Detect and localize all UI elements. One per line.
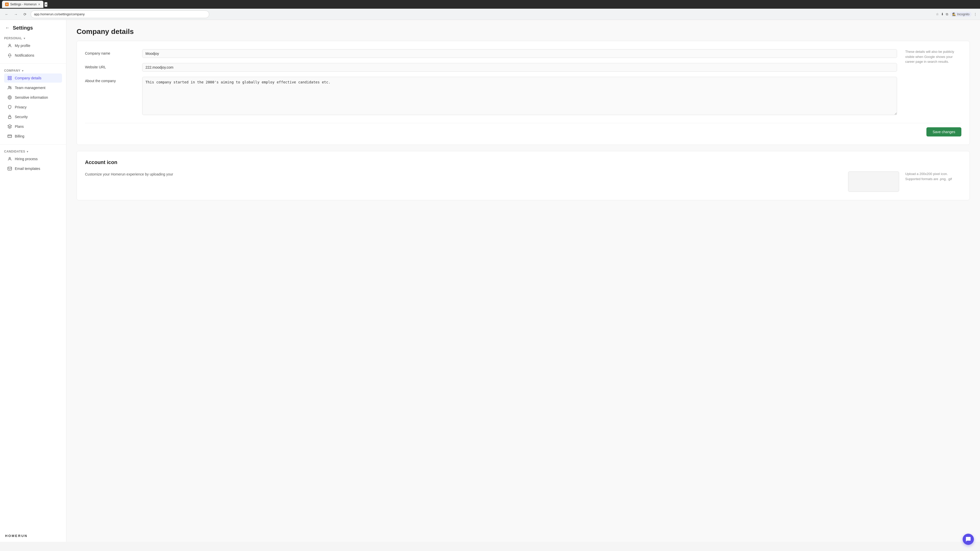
team-icon: [7, 85, 12, 90]
menu-icon[interactable]: ⋮: [974, 12, 977, 16]
account-icon-preview: [848, 171, 899, 192]
svg-rect-1: [8, 76, 9, 78]
company-details-icon: [7, 76, 12, 81]
tab-label: Settings - Homerun: [10, 3, 37, 6]
account-icon-card: Account icon Customize your Homerun expe…: [76, 151, 970, 200]
svg-point-8: [9, 97, 11, 98]
back-nav-button[interactable]: ←: [3, 11, 10, 18]
candidates-section: Candidates ▼ Hiring process Email templa…: [0, 147, 66, 175]
sidebar-item-my-profile[interactable]: My profile: [4, 41, 62, 50]
company-details-card: Company name Website URL About the compa…: [76, 41, 970, 145]
sidebar-title: Settings: [13, 25, 33, 31]
forward-nav-button[interactable]: →: [12, 11, 19, 18]
candidates-section-label: Candidates ▼: [4, 150, 62, 153]
url-text: app.homerun.co/settings/company: [34, 12, 85, 16]
tab-favicon: H: [5, 3, 9, 6]
incognito-badge: 🕵 Incognito: [950, 12, 972, 17]
profile-icon: [7, 43, 12, 48]
svg-rect-12: [8, 167, 12, 170]
sidebar-item-label-sensitive-information: Sensitive information: [15, 95, 48, 100]
about-company-label: About the company: [85, 77, 136, 83]
sidebar-item-billing[interactable]: Billing: [4, 132, 62, 141]
plans-icon: [7, 124, 12, 129]
sidebar-divider-1: [0, 64, 66, 64]
email-icon: [7, 166, 12, 171]
sidebar-item-label-hiring-process: Hiring process: [15, 157, 38, 161]
sidebar-item-team-management[interactable]: Team management: [4, 83, 62, 92]
personal-section-label: Personal ▼: [4, 37, 62, 40]
svg-rect-3: [8, 79, 9, 80]
sidebar-item-email-templates[interactable]: Email templates: [4, 164, 62, 173]
address-bar-actions: ☆ ⬇ ⧉ 🕵 Incognito ⋮: [936, 12, 977, 17]
security-icon: [7, 114, 12, 119]
sidebar-item-label-email-templates: Email templates: [15, 167, 40, 171]
sidebar-item-privacy[interactable]: Privacy: [4, 103, 62, 112]
website-url-row: Website URL: [85, 63, 897, 72]
sidebar-item-label-privacy: Privacy: [15, 105, 27, 109]
new-tab-button[interactable]: +: [45, 2, 48, 7]
svg-rect-2: [10, 76, 11, 78]
svg-point-5: [9, 86, 10, 87]
svg-point-6: [10, 87, 11, 88]
company-name-control: [142, 49, 897, 58]
personal-section: Personal ▼ My profile Notifications: [0, 33, 66, 62]
browser-tab[interactable]: H Settings - Homerun ✕: [2, 1, 43, 8]
account-icon-hint: Upload a 200x200 pixel icon. Supported f…: [905, 171, 961, 181]
about-company-control: [142, 77, 897, 116]
address-bar[interactable]: app.homerun.co/settings/company: [30, 11, 209, 18]
company-section: Company ▼ Company details Team managemen…: [0, 66, 66, 142]
download-icon[interactable]: ⬇: [941, 12, 944, 16]
sidebar-item-security[interactable]: Security: [4, 112, 62, 121]
page-title: Company details: [76, 27, 970, 36]
homerun-logo: HOMERUN: [0, 530, 66, 542]
sidebar-item-notifications[interactable]: Notifications: [4, 51, 62, 60]
company-name-input[interactable]: [142, 49, 897, 58]
address-bar-row: ← → ⟳ app.homerun.co/settings/company ☆ …: [0, 9, 980, 20]
sidebar-item-label-company-details: Company details: [15, 76, 41, 80]
account-icon-description: Customize your Homerun experience by upl…: [85, 171, 842, 177]
incognito-label: Incognito: [957, 13, 969, 16]
sidebar-item-company-details[interactable]: Company details: [4, 73, 62, 83]
sidebar-item-plans[interactable]: Plans: [4, 122, 62, 131]
about-company-textarea[interactable]: [142, 77, 897, 115]
sidebar-item-hiring-process[interactable]: Hiring process: [4, 154, 62, 164]
svg-rect-10: [8, 135, 12, 138]
split-view-icon[interactable]: ⧉: [946, 12, 948, 16]
company-name-label: Company name: [85, 49, 136, 56]
sidebar-item-label-notifications: Notifications: [15, 53, 34, 57]
svg-rect-4: [10, 79, 11, 80]
company-name-row: Company name: [85, 49, 897, 58]
browser-tab-bar: H Settings - Homerun ✕ +: [0, 0, 980, 9]
website-url-control: [142, 63, 897, 72]
svg-rect-9: [8, 117, 11, 119]
website-url-input[interactable]: [142, 63, 897, 72]
website-url-label: Website URL: [85, 63, 136, 69]
company-details-hint: These details will also be publicly visi…: [905, 49, 961, 121]
personal-dropdown-icon: ▼: [23, 37, 26, 40]
save-changes-button[interactable]: Save changes: [926, 127, 961, 137]
back-button[interactable]: ←: [5, 25, 10, 30]
bell-icon: [7, 53, 12, 58]
sidebar-item-label-team-management: Team management: [15, 86, 45, 90]
about-company-row: About the company: [85, 77, 897, 116]
bookmark-icon[interactable]: ☆: [936, 12, 939, 16]
privacy-icon: [7, 105, 12, 110]
reload-button[interactable]: ⟳: [21, 11, 29, 18]
tab-close-button[interactable]: ✕: [38, 3, 40, 6]
app-layout: ← Settings Personal ▼ My profile Notific…: [0, 20, 980, 542]
main-content: Company details Company name Website URL: [66, 20, 980, 542]
hiring-process-icon: [7, 156, 12, 162]
account-icon-title: Account icon: [85, 159, 961, 165]
sidebar-header: ← Settings: [0, 20, 66, 33]
svg-point-0: [9, 44, 11, 46]
sidebar-item-sensitive-information[interactable]: Sensitive information: [4, 93, 62, 102]
sidebar: ← Settings Personal ▼ My profile Notific…: [0, 20, 66, 542]
incognito-icon: 🕵: [952, 13, 956, 16]
company-dropdown-icon: ▼: [21, 69, 24, 72]
account-icon-row: Customize your Homerun experience by upl…: [85, 171, 961, 192]
sidebar-item-label-plans: Plans: [15, 124, 24, 129]
candidates-dropdown-icon: ▼: [26, 150, 29, 153]
sensitive-info-icon: [7, 95, 12, 100]
chat-bubble-button[interactable]: [963, 534, 974, 545]
svg-point-7: [8, 96, 11, 99]
